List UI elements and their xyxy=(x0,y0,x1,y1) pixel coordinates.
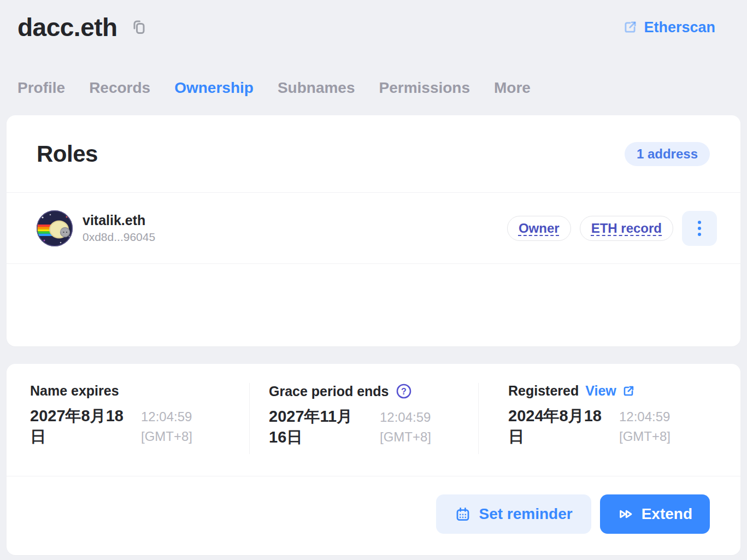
kebab-dot xyxy=(698,227,701,230)
tab-bar: Profile Records Ownership Subnames Permi… xyxy=(0,79,747,97)
roles-title: Roles xyxy=(37,141,98,167)
ens-ownership-page: dacc.eth Etherscan Profile Records Owner… xyxy=(0,0,747,560)
name-expires-date: 2027年8月18日 xyxy=(30,405,131,447)
expiry-actions: Set reminder Extend xyxy=(7,476,740,534)
help-icon[interactable]: ? xyxy=(396,383,412,399)
copy-icon xyxy=(130,18,148,37)
registered-date: 2024年8月18日 xyxy=(508,405,609,447)
grace-period-column: Grace period ends ? 2027年11月16日 12:04:59… xyxy=(250,383,479,454)
set-reminder-label: Set reminder xyxy=(479,505,572,523)
owner-address: 0xd8d...96045 xyxy=(83,231,155,244)
expiry-card: Name expires 2027年8月18日 12:04:59[GMT+8] … xyxy=(7,364,740,555)
etherscan-link[interactable]: Etherscan xyxy=(622,19,715,36)
name-expires-time: 12:04:59[GMT+8] xyxy=(141,407,192,447)
page-title: dacc.eth xyxy=(17,12,117,43)
calendar-icon xyxy=(455,506,471,522)
external-link-icon xyxy=(622,19,638,36)
copy-name-button[interactable] xyxy=(130,18,148,37)
address-count-badge: 1 address xyxy=(625,142,710,166)
tab-permissions[interactable]: Permissions xyxy=(379,79,470,97)
grace-period-label: Grace period ends xyxy=(269,384,389,399)
registered-label: Registered xyxy=(508,383,579,399)
tag-eth-record[interactable]: ETH record xyxy=(580,216,673,241)
tab-profile[interactable]: Profile xyxy=(17,79,65,97)
roles-card: Roles 1 address xyxy=(7,115,740,346)
name-expires-column: Name expires 2027年8月18日 12:04:59[GMT+8] xyxy=(7,383,250,454)
roles-card-empty-area xyxy=(7,263,740,345)
tab-ownership[interactable]: Ownership xyxy=(174,79,254,97)
row-menu-button[interactable] xyxy=(682,211,717,246)
etherscan-label: Etherscan xyxy=(644,19,715,36)
registered-column: Registered View 2024年8月18日 12:04:59[GMT+… xyxy=(479,383,740,454)
tab-more[interactable]: More xyxy=(494,79,531,97)
registered-view-link[interactable]: View xyxy=(585,383,636,399)
kebab-dot xyxy=(698,221,701,224)
owner-row: vitalik.eth 0xd8d...96045 Owner ETH reco… xyxy=(7,192,740,263)
grace-period-date: 2027年11月16日 xyxy=(269,406,370,447)
external-link-icon xyxy=(621,384,636,398)
name-expires-label: Name expires xyxy=(30,383,119,399)
registered-time: 12:04:59[GMT+8] xyxy=(619,407,670,447)
grace-period-time: 12:04:59[GMT+8] xyxy=(380,408,431,447)
svg-text:?: ? xyxy=(401,387,407,396)
avatar xyxy=(37,210,73,246)
set-reminder-button[interactable]: Set reminder xyxy=(436,494,591,534)
kebab-dot xyxy=(698,233,701,236)
tag-eth-record-label: ETH record xyxy=(591,221,662,236)
tag-owner[interactable]: Owner xyxy=(507,216,571,241)
tab-records[interactable]: Records xyxy=(89,79,150,97)
view-label: View xyxy=(585,383,616,399)
tag-owner-label: Owner xyxy=(519,221,560,236)
extend-label: Extend xyxy=(642,505,692,523)
owner-name[interactable]: vitalik.eth xyxy=(83,213,155,228)
extend-button[interactable]: Extend xyxy=(600,494,710,534)
tab-subnames[interactable]: Subnames xyxy=(278,79,355,97)
fast-forward-icon xyxy=(617,506,634,522)
page-header: dacc.eth Etherscan xyxy=(0,0,747,43)
